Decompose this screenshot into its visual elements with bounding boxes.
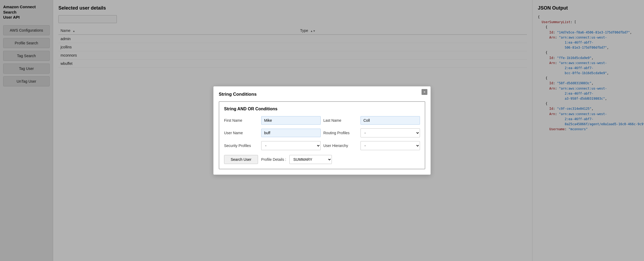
last-name-label: Last Name bbox=[323, 118, 358, 123]
modal-overlay[interactable]: String Conditions × String AND OR Condit… bbox=[0, 0, 644, 261]
modal-title: String Conditions bbox=[219, 92, 425, 97]
routing-profiles-select[interactable]: - bbox=[360, 128, 420, 137]
routing-profiles-label: Routing Profiles bbox=[323, 130, 358, 135]
user-hierarchy-label: User Hierarchy bbox=[323, 143, 358, 148]
string-conditions-modal: String Conditions × String AND OR Condit… bbox=[213, 86, 431, 175]
search-user-button[interactable]: Search User bbox=[224, 155, 258, 164]
modal-close-button[interactable]: × bbox=[422, 89, 427, 95]
first-name-label: First Name bbox=[224, 118, 259, 123]
profile-details-label: Profile Details : bbox=[261, 157, 286, 162]
form-grid: First Name Last Name User Name Routing P… bbox=[224, 116, 420, 150]
user-hierarchy-select[interactable]: - bbox=[360, 141, 420, 150]
last-name-input[interactable] bbox=[360, 116, 420, 125]
user-name-label: User Name bbox=[224, 130, 259, 135]
first-name-input[interactable] bbox=[261, 116, 321, 125]
security-profiles-select[interactable]: - bbox=[261, 141, 321, 150]
modal-footer: Search User Profile Details : SUMMARY FU… bbox=[224, 155, 420, 164]
modal-inner-box: String AND OR Conditions First Name Last… bbox=[219, 101, 425, 169]
modal-inner-title: String AND OR Conditions bbox=[224, 107, 420, 111]
user-name-input[interactable] bbox=[261, 129, 321, 137]
profile-details-select[interactable]: SUMMARY FULL bbox=[289, 155, 332, 164]
security-profiles-label: Security Profiles bbox=[224, 143, 259, 148]
